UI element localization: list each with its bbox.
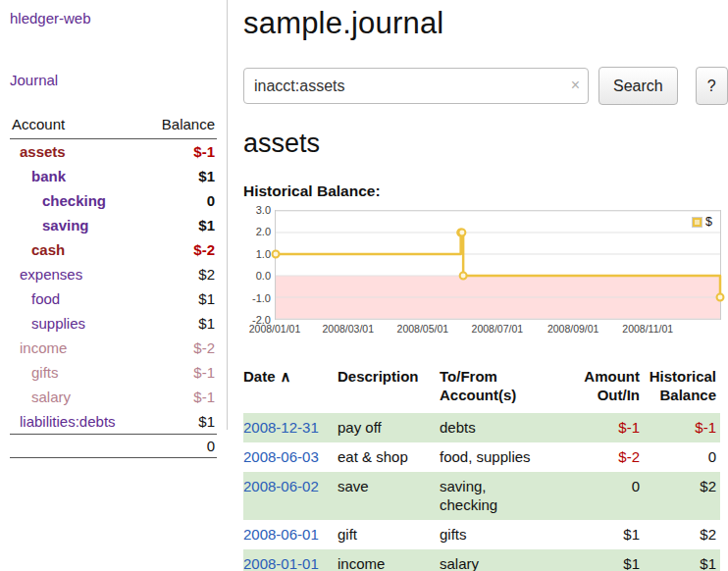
- account-row: income $-2: [10, 336, 217, 360]
- transaction-row: 2008-12-31 pay off debts $-1 $-1: [243, 413, 720, 442]
- transaction-row: 2008-01-01 income salary $1 $1: [243, 549, 720, 571]
- account-link-food[interactable]: food: [12, 290, 60, 307]
- transaction-row: 2008-06-01 gift gifts $1 $2: [243, 520, 720, 549]
- app-title: hledger-web: [10, 10, 217, 26]
- chart-x-axis: 2008/01/012008/03/012008/05/012008/07/01…: [275, 323, 721, 337]
- transaction-amount: $1: [573, 520, 644, 549]
- account-row: food $1: [10, 286, 217, 311]
- account-link-saving[interactable]: saving: [12, 217, 89, 234]
- transaction-historical-balance: $2: [644, 472, 720, 520]
- transaction-amount: $-1: [573, 413, 644, 442]
- transaction-description: eat & shop: [338, 442, 440, 472]
- transactions-header-row: Date∧ Description To/From Account(s) Amo…: [243, 367, 720, 413]
- account-balance: $1: [198, 168, 215, 184]
- accounts-table-header: Account Balance: [10, 114, 217, 139]
- account-link-gifts[interactable]: gifts: [12, 364, 59, 381]
- chart-legend: $: [689, 214, 716, 230]
- app-window: hledger-web Journal Account Balance asse…: [0, 0, 728, 571]
- account-balance: $-1: [193, 143, 215, 160]
- transaction-date-link[interactable]: 2008-06-01: [243, 526, 319, 543]
- accounts-table: Account Balance assets $-1 bank $1 check…: [10, 114, 217, 458]
- account-balance: 0: [207, 192, 215, 209]
- account-balance: $1: [198, 290, 215, 307]
- transaction-description: save: [338, 472, 440, 520]
- x-axis-tick-label: 2008/07/01: [472, 323, 524, 335]
- transaction-accounts: gifts: [440, 520, 573, 549]
- account-link-liabilities-debts[interactable]: liabilities:debts: [12, 413, 116, 430]
- account-row: salary $-1: [10, 385, 217, 409]
- column-header-description: Description: [338, 367, 440, 413]
- sidebar-item-journal[interactable]: Journal: [10, 72, 58, 88]
- historical-balance-label: Historical Balance:: [243, 182, 728, 200]
- sidebar: hledger-web Journal Account Balance asse…: [0, 0, 228, 430]
- transaction-historical-balance: $2: [644, 520, 720, 549]
- transaction-accounts: salary: [440, 549, 573, 571]
- account-link-expenses[interactable]: expenses: [12, 266, 82, 283]
- account-link-salary[interactable]: salary: [12, 389, 71, 405]
- account-row: assets $-1: [10, 139, 217, 164]
- account-row: cash $-2: [10, 237, 217, 262]
- account-row: supplies $1: [10, 311, 217, 336]
- search-input[interactable]: [243, 68, 589, 104]
- account-column-header: Account: [12, 116, 65, 132]
- section-heading-assets: assets: [243, 129, 728, 159]
- y-axis-tick-label: -1.0: [252, 292, 271, 304]
- transaction-description: income: [338, 549, 440, 571]
- clear-search-icon[interactable]: ×: [571, 77, 580, 94]
- legend-label: $: [705, 215, 712, 229]
- transaction-accounts: saving, checking: [440, 472, 573, 520]
- account-row: liabilities:debts $1: [10, 409, 217, 434]
- transaction-date-link[interactable]: 2008-06-02: [243, 478, 319, 494]
- accounts-total-row: 0: [10, 434, 217, 458]
- transaction-amount: $-2: [573, 442, 644, 472]
- y-axis-tick-label: 3.0: [256, 204, 271, 216]
- transaction-date-link[interactable]: 2008-12-31: [243, 419, 319, 436]
- legend-color-swatch: [693, 218, 702, 227]
- transaction-date-link[interactable]: 2008-01-01: [243, 555, 319, 571]
- transaction-historical-balance: $1: [644, 549, 720, 571]
- x-axis-tick-label: 2008/09/01: [547, 323, 599, 335]
- chart-plot-area[interactable]: $: [275, 210, 721, 320]
- app-title-link[interactable]: hledger-web: [10, 10, 91, 26]
- transaction-date-link[interactable]: 2008-06-03: [243, 448, 319, 465]
- x-axis-tick-label: 2008/05/01: [397, 323, 449, 335]
- account-balance: $1: [198, 315, 215, 332]
- account-link-assets[interactable]: assets: [12, 143, 66, 160]
- sort-ascending-icon: ∧: [281, 368, 291, 385]
- balance-chart: 3.02.01.00.0-1.0-2.0 $ 2008/01/012008/03…: [243, 210, 722, 341]
- account-row: bank $1: [10, 164, 217, 188]
- search-button[interactable]: Search: [598, 67, 678, 105]
- account-link-checking[interactable]: checking: [12, 192, 106, 209]
- search-input-wrap: ×: [243, 68, 589, 104]
- transaction-historical-balance: $-1: [644, 413, 720, 442]
- transaction-accounts: debts: [440, 413, 573, 442]
- transaction-historical-balance: 0: [644, 442, 720, 472]
- transaction-description: gift: [338, 520, 440, 549]
- date-header-label: Date: [243, 368, 276, 385]
- search-bar: × Search ?: [243, 67, 728, 105]
- help-button[interactable]: ?: [696, 67, 728, 105]
- page-title: sample.journal: [243, 6, 728, 41]
- transaction-amount: $1: [573, 549, 644, 571]
- account-balance: $-1: [193, 389, 215, 405]
- account-row: gifts $-1: [10, 360, 217, 385]
- main-content: sample.journal × Search ? assets Histori…: [228, 0, 728, 571]
- account-row: saving $1: [10, 213, 217, 237]
- column-header-date[interactable]: Date∧: [243, 367, 338, 413]
- account-link-bank[interactable]: bank: [12, 168, 66, 184]
- chart-y-axis: 3.02.01.00.0-1.0-2.0: [243, 210, 271, 320]
- account-balance: $-2: [193, 241, 215, 258]
- account-link-supplies[interactable]: supplies: [12, 315, 85, 332]
- transactions-table: Date∧ Description To/From Account(s) Amo…: [243, 367, 720, 571]
- x-axis-tick-label: 2008/11/01: [622, 323, 673, 335]
- account-link-income[interactable]: income: [12, 339, 67, 356]
- account-link-cash[interactable]: cash: [12, 241, 65, 258]
- transaction-row: 2008-06-03 eat & shop food, supplies $-2…: [243, 442, 720, 472]
- y-axis-tick-label: 1.0: [256, 248, 271, 260]
- account-balance: $1: [198, 217, 215, 234]
- accounts-total-value: 0: [207, 438, 215, 454]
- account-balance: $-2: [193, 339, 215, 356]
- balance-column-header: Balance: [162, 116, 215, 132]
- y-axis-tick-label: 0.0: [256, 270, 271, 282]
- account-row: expenses $2: [10, 262, 217, 286]
